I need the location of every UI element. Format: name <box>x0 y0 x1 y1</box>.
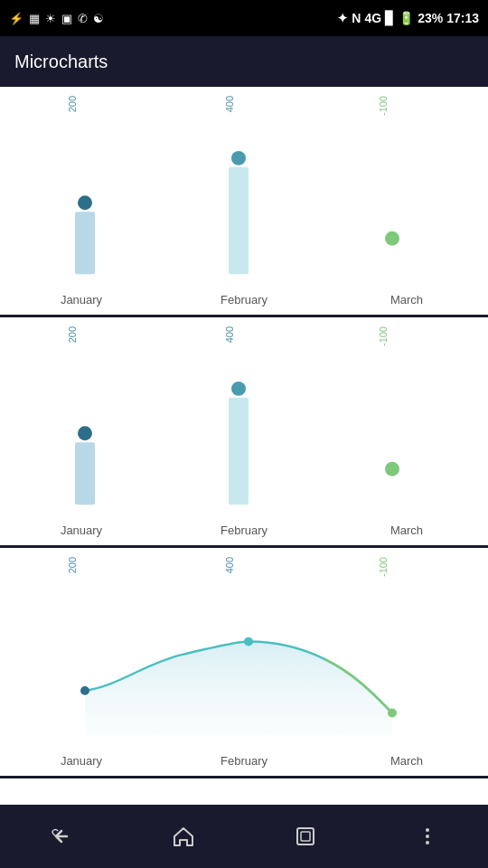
phone-icon: ✆ <box>78 12 88 25</box>
chart3-label-jan: January <box>0 754 163 768</box>
svg-rect-14 <box>301 832 310 841</box>
brightness-icon: ☀ <box>45 12 56 25</box>
svg-point-15 <box>426 828 429 832</box>
nav-back[interactable] <box>30 805 93 868</box>
nav-bar <box>0 805 488 868</box>
svg-point-3 <box>231 151 246 165</box>
signal-icon: 4G <box>364 11 381 25</box>
battery-icon: 🔋 <box>399 11 414 25</box>
back-icon <box>49 824 74 849</box>
sim-icon: ▦ <box>29 12 40 25</box>
svg-point-16 <box>426 835 429 838</box>
chart2-label-feb: February <box>163 524 325 537</box>
svg-point-4 <box>385 231 399 246</box>
home-icon <box>171 824 196 849</box>
chart3-x-labels: January February March <box>0 749 488 771</box>
svg-point-17 <box>426 841 429 844</box>
svg-point-6 <box>78 426 92 440</box>
msg-icon: ▣ <box>61 12 72 25</box>
nav-recent[interactable] <box>274 805 337 868</box>
chart2-label-mar: March <box>325 524 488 537</box>
status-right: ✦ N 4G ▊ 🔋 23% 17:13 <box>337 11 479 25</box>
chart2-inner: 200 400 -100 <box>0 317 488 518</box>
svg-rect-2 <box>229 167 249 274</box>
svg-point-8 <box>231 382 246 396</box>
chart1-svg <box>0 87 488 288</box>
status-icons: ⚡ ▦ ☀ ▣ ✆ ☯ <box>9 12 104 25</box>
usb-icon: ⚡ <box>9 12 23 25</box>
svg-point-9 <box>385 462 399 476</box>
app-bar: Microcharts <box>0 36 488 87</box>
chart1-label-jan: January <box>0 293 163 307</box>
android-icon: ☯ <box>93 12 104 25</box>
status-bar: ⚡ ▦ ☀ ▣ ✆ ☯ ✦ N 4G ▊ 🔋 23% 17:13 <box>0 0 488 36</box>
svg-rect-7 <box>229 398 249 505</box>
battery-percent: 23% <box>418 11 443 25</box>
chart2-label-jan: January <box>0 524 163 537</box>
svg-rect-5 <box>75 442 95 505</box>
chart-section-3: 200 400 -100 January February Mar <box>0 548 488 778</box>
svg-rect-0 <box>75 212 95 274</box>
chart-section-1: 200 400 -100 January February March <box>0 87 488 317</box>
svg-point-11 <box>244 637 253 646</box>
chart1-x-labels: January February March <box>0 288 488 310</box>
svg-point-12 <box>388 709 397 718</box>
chart2-svg <box>0 317 488 518</box>
svg-point-10 <box>80 686 89 695</box>
chart3-inner: 200 400 -100 <box>0 548 488 749</box>
app-title: Microcharts <box>14 52 108 72</box>
nav-home[interactable] <box>152 805 215 868</box>
svg-rect-13 <box>297 828 314 844</box>
chart3-label-feb: February <box>163 754 325 768</box>
chart1-label-mar: March <box>325 293 488 307</box>
recent-icon <box>293 824 318 849</box>
chart3-label-mar: March <box>325 754 488 768</box>
signal-bars: ▊ <box>385 11 395 25</box>
time: 17:13 <box>446 11 479 25</box>
bluetooth-icon: ✦ <box>337 11 348 25</box>
nfc-icon: N <box>352 11 361 25</box>
chart1-label-feb: February <box>163 293 325 307</box>
svg-point-1 <box>78 195 92 210</box>
chart1-inner: 200 400 -100 <box>0 87 488 288</box>
chart-section-2: 200 400 -100 January February March <box>0 317 488 548</box>
chart3-svg <box>0 548 488 749</box>
chart2-x-labels: January February March <box>0 518 488 541</box>
more-icon <box>415 824 440 849</box>
nav-more[interactable] <box>396 805 459 868</box>
